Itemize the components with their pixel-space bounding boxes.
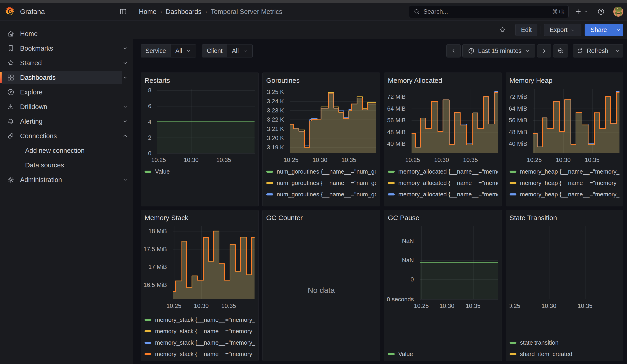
time-range-picker[interactable]: Last 15 minutes bbox=[462, 44, 536, 57]
chevron-down-icon[interactable] bbox=[122, 104, 128, 110]
share-menu-button[interactable] bbox=[613, 24, 623, 36]
filter-value-dropdown[interactable]: All bbox=[227, 45, 252, 57]
time-forward-button[interactable] bbox=[537, 44, 551, 57]
legend-series-marker bbox=[266, 193, 273, 196]
chart-svg[interactable] bbox=[412, 89, 498, 153]
sidebar-item-dashboards[interactable]: Dashboards bbox=[0, 70, 133, 85]
panel-title[interactable]: GC Pause bbox=[388, 213, 498, 222]
chart-svg[interactable] bbox=[173, 226, 255, 299]
legend-item[interactable]: num_goroutines {__name__="num_go bbox=[266, 190, 376, 199]
sidebar-item-alerting[interactable]: Alerting bbox=[0, 114, 133, 129]
legend-item[interactable]: num_goroutines {__name__="num_go bbox=[266, 167, 376, 176]
sidebar-toggle-icon[interactable] bbox=[119, 7, 127, 16]
legend-item[interactable]: num_goroutines {__name__="num_go bbox=[266, 179, 376, 187]
legend-item[interactable]: state transition bbox=[510, 338, 620, 347]
panel-title[interactable]: Restarts bbox=[145, 76, 255, 85]
y-axis-tick: 56 MiB bbox=[387, 117, 406, 124]
user-avatar[interactable] bbox=[613, 7, 623, 17]
refresh-icon bbox=[576, 48, 583, 54]
legend-item[interactable]: memory_heap {__name__="memory_h bbox=[510, 179, 620, 187]
y-axis-tick: 4 bbox=[148, 118, 151, 125]
sidebar-item-data-sources[interactable]: Data sources bbox=[0, 158, 133, 172]
legend-item[interactable]: memory_stack {__name__="memory_s bbox=[145, 316, 255, 324]
zoom-out-button[interactable] bbox=[553, 44, 568, 57]
legend-item[interactable]: memory_stack {__name__="memory_s bbox=[145, 350, 255, 358]
favorite-star-button[interactable] bbox=[496, 24, 509, 36]
legend-item[interactable]: memory_allocated {__name__="memc bbox=[388, 190, 498, 199]
share-button[interactable]: Share bbox=[585, 24, 613, 36]
time-back-button[interactable] bbox=[446, 44, 461, 57]
legend-item[interactable]: memory_heap {__name__="memory_h bbox=[510, 190, 620, 199]
panel-title[interactable]: Memory Allocated bbox=[388, 76, 498, 85]
chart-svg[interactable] bbox=[420, 226, 498, 299]
search-box[interactable]: ⌘+k bbox=[409, 5, 569, 18]
plot-area[interactable]: 72 MiB64 MiB56 MiB48 MiB40 MiB bbox=[388, 89, 498, 153]
breadcrumb-item[interactable]: Dashboards bbox=[166, 8, 201, 15]
chevron-down-icon[interactable] bbox=[122, 177, 128, 183]
legend-series-marker bbox=[145, 319, 151, 321]
search-input[interactable] bbox=[423, 8, 552, 15]
legend-item[interactable]: memory_allocated {__name__="memc bbox=[388, 179, 498, 187]
filter-value-dropdown[interactable]: All bbox=[170, 45, 196, 57]
sidebar-item-label: Drilldown bbox=[20, 103, 47, 111]
grafana-logo-icon bbox=[5, 6, 15, 17]
panel-title[interactable]: State Transition bbox=[510, 213, 620, 222]
panel-title[interactable]: Goroutines bbox=[266, 76, 376, 85]
panel-title[interactable]: GC Counter bbox=[266, 213, 376, 222]
chevron-down-icon[interactable] bbox=[122, 45, 128, 51]
y-axis-tick: 72 MiB bbox=[387, 93, 406, 100]
refresh-button[interactable]: Refresh bbox=[573, 44, 612, 57]
legend-item[interactable]: memory_allocated {__name__="memc bbox=[388, 167, 498, 176]
add-new-button[interactable] bbox=[575, 8, 589, 15]
plot-area[interactable]: 18 MiB17.5 MiB17 MiB16.5 MiB bbox=[145, 226, 255, 299]
legend-item[interactable]: memory_heap {__name__="memory_h bbox=[510, 202, 620, 204]
sidebar-item-starred[interactable]: Starred bbox=[0, 56, 133, 70]
breadcrumb-item[interactable]: Home bbox=[139, 8, 157, 15]
legend-series-marker bbox=[266, 171, 273, 173]
chevron-down-icon[interactable] bbox=[122, 60, 128, 66]
refresh-interval-button[interactable] bbox=[612, 44, 623, 57]
sidebar-item-label: Dashboards bbox=[20, 74, 56, 81]
plot-area[interactable]: 86420 bbox=[145, 89, 255, 153]
sidebar-item-administration[interactable]: Administration bbox=[0, 172, 133, 187]
service-filter[interactable]: Service All bbox=[141, 44, 196, 57]
chevron-down-icon[interactable] bbox=[122, 118, 128, 124]
sidebar-item-add-new-connection[interactable]: Add new connection bbox=[0, 143, 133, 158]
chart-svg[interactable] bbox=[290, 89, 376, 153]
x-axis: 10:2510:3010:35 bbox=[145, 301, 255, 310]
legend-item[interactable]: memory_stack {__name__="memory_s bbox=[145, 338, 255, 347]
edit-button[interactable]: Edit bbox=[515, 24, 537, 36]
panel-title[interactable]: Memory Heap bbox=[510, 76, 620, 85]
panel-gc-counter: GC CounterNo data bbox=[262, 210, 380, 361]
search-shortcut: ⌘+k bbox=[552, 8, 564, 15]
chart-svg[interactable] bbox=[533, 89, 620, 153]
legend: Value bbox=[388, 313, 498, 358]
help-button[interactable] bbox=[597, 8, 605, 15]
legend-series-marker bbox=[145, 353, 151, 355]
sidebar-item-drilldown[interactable]: Drilldown bbox=[0, 100, 133, 114]
chevron-up-icon[interactable] bbox=[122, 133, 128, 139]
sidebar-item-bookmarks[interactable]: Bookmarks bbox=[0, 41, 133, 56]
legend-item[interactable]: memory_allocated {__name__="memc bbox=[388, 202, 498, 204]
client-filter[interactable]: Client All bbox=[202, 44, 253, 57]
time-controls: Last 15 minutes Refresh bbox=[446, 44, 623, 57]
sidebar-item-connections[interactable]: Connections bbox=[0, 129, 133, 143]
legend: Value bbox=[145, 167, 255, 204]
plot-area[interactable]: 3.25 K3.24 K3.23 K3.22 K3.21 K3.20 K3.19… bbox=[266, 89, 376, 153]
x-axis-tick: 10:25 bbox=[414, 303, 429, 310]
chart-svg[interactable] bbox=[157, 89, 255, 153]
plot-area[interactable]: NaNNaN00 seconds bbox=[388, 226, 498, 299]
legend-item[interactable]: Value bbox=[388, 350, 498, 358]
export-button[interactable]: Export bbox=[544, 24, 581, 36]
legend-item[interactable]: shard_item_created bbox=[510, 350, 620, 358]
legend-item[interactable]: Value bbox=[145, 167, 255, 176]
legend-item[interactable]: memory_stack {__name__="memory_s bbox=[145, 327, 255, 335]
plot-area[interactable] bbox=[510, 226, 620, 299]
sidebar-item-home[interactable]: Home bbox=[0, 26, 133, 41]
legend-item[interactable]: memory_heap {__name__="memory_h bbox=[510, 167, 620, 176]
legend-item[interactable]: num_goroutines {__name__="num_go bbox=[266, 202, 376, 204]
plot-area[interactable]: 72 MiB64 MiB56 MiB48 MiB40 MiB bbox=[510, 89, 620, 153]
sidebar-item-explore[interactable]: Explore bbox=[0, 85, 133, 100]
panel-title[interactable]: Memory Stack bbox=[145, 213, 255, 222]
chevron-down-icon[interactable] bbox=[122, 75, 128, 81]
